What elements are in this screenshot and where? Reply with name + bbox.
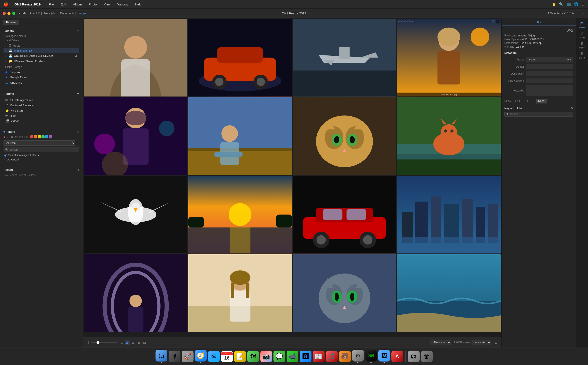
album-item-five-stars[interactable]: ⭐ Five Stars bbox=[3, 108, 79, 113]
right-icon-share[interactable]: ⇧ Share bbox=[577, 40, 587, 50]
window-menu[interactable]: Window bbox=[116, 2, 129, 7]
dock-item-launchpad[interactable]: 🚀 bbox=[182, 351, 193, 362]
dock-item-bear[interactable]: 🐻 bbox=[339, 351, 351, 362]
folder-item-macintosh-hd[interactable]: › 💾 Macintosh HD bbox=[3, 48, 79, 53]
grid-item-10[interactable] bbox=[188, 176, 292, 253]
grid-item-3[interactable] bbox=[293, 19, 396, 97]
dock-item-siri[interactable]: 🎙 bbox=[169, 351, 180, 362]
dock-item-mail[interactable]: ✉ bbox=[208, 351, 220, 362]
grid-item-2[interactable] bbox=[188, 19, 292, 97]
dock-item-facetime[interactable]: 📹 bbox=[287, 351, 298, 362]
dock-item-trash[interactable]: 🗑 bbox=[421, 351, 433, 362]
album-item-captured[interactable]: ⏱ Captured Recently bbox=[3, 103, 79, 108]
star-3[interactable]: ☆ bbox=[404, 20, 407, 23]
cloud-item-gdrive[interactable]: ▲ Google Drive bbox=[3, 75, 79, 80]
right-icon-export[interactable]: ⬆ Export bbox=[577, 50, 587, 60]
cloud-item-onedrive[interactable]: ☁ OneDrive bbox=[3, 80, 79, 85]
menubar-icon-5[interactable]: ☰ bbox=[581, 2, 585, 6]
folder-item-on1[interactable]: › 💾 ON1 Resize 2019.5 v13.5.1.7239 ⏏ bbox=[3, 53, 79, 58]
add-album-button[interactable]: + bbox=[77, 91, 79, 96]
browse-button[interactable]: Browse bbox=[3, 20, 19, 25]
right-icon-resize[interactable]: ⤢ Resize bbox=[577, 30, 587, 40]
help-menu[interactable]: Help bbox=[134, 2, 143, 7]
grid-item-9[interactable] bbox=[84, 176, 187, 253]
filter-star-gte[interactable]: ≥☆☆☆☆☆ bbox=[15, 135, 28, 138]
select-all-checkbox[interactable] bbox=[86, 341, 89, 344]
app-menu-item[interactable]: ON1 Resize 2019 bbox=[14, 2, 41, 6]
grid-item-7[interactable] bbox=[293, 97, 396, 175]
grid-item-4[interactable]: ☆ ☆ ☆ ☆ ☆ ♡ ✕ Images_40.jpg bbox=[397, 19, 501, 97]
grid-item-14[interactable] bbox=[188, 254, 292, 332]
prev-image-button[interactable]: ‹ bbox=[576, 11, 580, 16]
grid-item-5[interactable] bbox=[84, 97, 187, 175]
preset-select[interactable]: None bbox=[526, 57, 569, 62]
swatch-blue[interactable] bbox=[45, 135, 48, 138]
grid-item-13[interactable] bbox=[84, 254, 187, 332]
swatch-orange[interactable] bbox=[34, 135, 37, 138]
dock-item-finder[interactable]: 🗂 bbox=[156, 350, 167, 363]
dock-item-maps[interactable]: 🗺 bbox=[247, 351, 259, 362]
filter-clear[interactable]: ✕ bbox=[11, 135, 13, 139]
back-button[interactable]: ‹ bbox=[18, 11, 22, 16]
swatch-yellow[interactable] bbox=[38, 135, 41, 138]
filter-heart-filled[interactable]: ♥ bbox=[3, 135, 5, 139]
dock-item-finder2[interactable]: 🗂 bbox=[408, 351, 420, 362]
radio-search-cataloged[interactable]: Search Cataloged Folders bbox=[3, 153, 79, 157]
calendar-grid-icon[interactable]: ⊞ bbox=[77, 141, 79, 145]
dock-item-messages[interactable]: 💬 bbox=[273, 351, 285, 362]
author-input[interactable] bbox=[526, 64, 573, 70]
album-menu[interactable]: Album bbox=[72, 2, 83, 7]
dock-item-preview[interactable]: 🖼 bbox=[378, 350, 390, 363]
show-tab-exif[interactable]: EXIF bbox=[513, 99, 523, 104]
view-grid-button[interactable]: ⊞ bbox=[125, 340, 130, 345]
add-folder-button[interactable]: + bbox=[77, 28, 79, 33]
album-item-liked[interactable]: ❤ Liked bbox=[3, 113, 79, 118]
dock-item-notes[interactable]: 📝 bbox=[234, 351, 246, 362]
menubar-icon-4[interactable]: 🌐 bbox=[574, 2, 578, 6]
right-icon-browse[interactable]: ⊞ Browse bbox=[577, 20, 587, 30]
grid-item-6[interactable] bbox=[188, 97, 292, 175]
folder-item-vmware[interactable]: › 📁 VMware Shared Folders bbox=[3, 58, 79, 64]
folder-item-hosts[interactable]: › 🖥 hosts bbox=[3, 43, 79, 48]
dock-item-music[interactable]: 🎵 bbox=[326, 351, 338, 362]
tab-info[interactable]: Info bbox=[502, 18, 576, 26]
grid-layout-button[interactable]: ⊡ bbox=[494, 340, 499, 345]
recent-refresh-icon[interactable]: ● bbox=[78, 168, 79, 171]
search-input[interactable] bbox=[9, 148, 78, 151]
album-item-all[interactable]: ⊞ All Cataloged Files bbox=[3, 97, 79, 103]
star-2[interactable]: ☆ bbox=[401, 20, 404, 23]
close-window-button[interactable] bbox=[3, 12, 6, 15]
photo-menu[interactable]: Photo bbox=[87, 2, 98, 7]
star-4[interactable]: ☆ bbox=[407, 20, 410, 23]
grid-item-11[interactable] bbox=[293, 176, 396, 253]
minimize-window-button[interactable] bbox=[7, 12, 10, 15]
file-menu[interactable]: File bbox=[48, 2, 55, 7]
album-item-videos[interactable]: 🎬 Videos bbox=[3, 118, 79, 124]
grid-item-15[interactable] bbox=[293, 254, 396, 332]
grid-item-12[interactable] bbox=[397, 176, 501, 253]
expand-advanced[interactable]: › Advanced bbox=[3, 157, 79, 162]
apple-logo[interactable]: 🍎 bbox=[3, 2, 8, 7]
filter-heart-outline[interactable]: ♡ bbox=[7, 135, 9, 139]
view-single-button[interactable]: □ bbox=[120, 340, 124, 345]
view-strip-button[interactable]: ⊠ bbox=[136, 340, 141, 345]
star-1[interactable]: ☆ bbox=[398, 20, 401, 23]
keyword-search-input[interactable] bbox=[510, 113, 571, 116]
view-menu[interactable]: View bbox=[102, 2, 112, 7]
grid-item-16[interactable] bbox=[397, 254, 501, 332]
view-compare-button[interactable]: ⊟ bbox=[131, 340, 135, 345]
dock-item-safari[interactable]: 🧭 bbox=[195, 350, 207, 363]
menubar-icon-3[interactable]: 📺 bbox=[567, 2, 571, 6]
description-input[interactable] bbox=[526, 71, 573, 77]
menubar-icon-1[interactable]: ⭐ bbox=[552, 2, 556, 6]
next-image-button[interactable]: › bbox=[582, 11, 585, 16]
grid-item-8[interactable] bbox=[397, 97, 501, 175]
maximize-window-button[interactable] bbox=[12, 12, 15, 15]
dock-item-acrobat[interactable]: A bbox=[391, 351, 403, 362]
swatch-purple[interactable] bbox=[49, 135, 52, 138]
dock-item-calendar[interactable]: JUL 16 bbox=[221, 351, 233, 362]
dock-item-appstore[interactable]: 🅰 bbox=[300, 351, 312, 362]
add-keyword-input[interactable] bbox=[526, 78, 573, 83]
swatch-green[interactable] bbox=[42, 135, 45, 138]
dock-item-prefs[interactable]: ⚙ bbox=[352, 350, 364, 363]
